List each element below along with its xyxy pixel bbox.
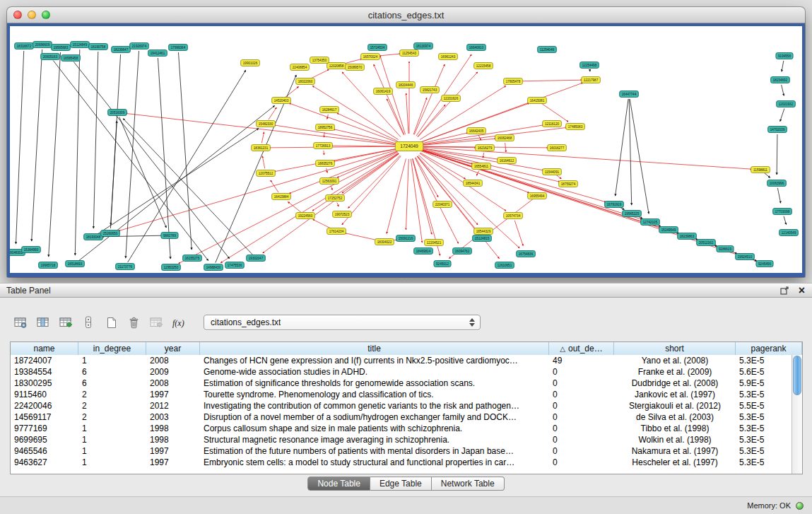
column-header-pagerank[interactable]: pagerank — [736, 342, 802, 355]
network-node[interactable]: 10063996 — [767, 180, 787, 187]
window-titlebar[interactable]: citations_edges.txt — [7, 7, 805, 23]
network-node[interactable]: 12116120 — [543, 121, 562, 127]
network-table-select[interactable]: citations_edges.txt — [204, 315, 481, 330]
delete-column-icon[interactable] — [124, 313, 143, 332]
close-panel-icon[interactable]: × — [799, 286, 805, 295]
table-row[interactable]: 946554611997Estimation of the future num… — [11, 445, 792, 457]
network-node[interactable]: 18193048 — [84, 234, 103, 240]
table-row[interactable]: 1456911722003Disruption of a novel membe… — [11, 411, 792, 423]
network-node[interactable]: 16415081 — [528, 98, 547, 104]
network-node[interactable]: 12742105 — [641, 219, 660, 226]
close-window-button[interactable] — [13, 11, 22, 19]
network-node[interactable]: 15821743 — [420, 87, 440, 93]
network-node[interactable]: 16094762 — [453, 248, 472, 255]
table-row[interactable]: 977716911998Corpus callosum shape and si… — [11, 423, 792, 434]
network-node[interactable]: 12140549 — [779, 230, 799, 236]
network-canvas[interactable]: 1831667220696609195656831512484916190758… — [10, 26, 802, 273]
network-node[interactable]: 25260650 — [101, 230, 120, 237]
network-node[interactable]: 22408854 — [290, 64, 310, 71]
network-node[interactable]: 18234692 — [771, 77, 790, 83]
network-node[interactable]: 17614234 — [327, 228, 346, 235]
network-node[interactable]: 12563091 — [320, 178, 339, 185]
network-node[interactable]: 1724049 — [395, 142, 423, 151]
network-node[interactable]: 11544091 — [543, 169, 562, 175]
network-node[interactable]: 15089570 — [346, 64, 365, 71]
network-node[interactable]: 20696609 — [33, 42, 52, 48]
table-mode-icon[interactable] — [79, 313, 98, 332]
network-node[interactable]: 10574734 — [504, 213, 523, 219]
table-row[interactable]: 1830029562008Estimation of significance … — [11, 378, 792, 389]
column-header-out_de[interactable]: △out_de… — [549, 342, 614, 355]
network-node[interactable]: 16155275 — [183, 255, 202, 262]
network-node[interactable]: 16961243 — [439, 54, 458, 60]
network-node[interactable]: 17252752 — [326, 195, 345, 201]
network-node[interactable]: 16284617 — [320, 107, 339, 113]
network-node[interactable]: 18361231 — [252, 145, 271, 151]
zoom-window-button[interactable] — [42, 11, 50, 19]
network-node[interactable]: 16164612 — [498, 158, 517, 164]
network-node[interactable]: 21926974 — [130, 43, 149, 49]
network-node[interactable]: 22040371 — [433, 201, 452, 208]
network-node[interactable]: 17475536 — [225, 262, 245, 269]
network-node[interactable]: 18544341 — [464, 180, 483, 187]
map-table-icon[interactable] — [147, 313, 166, 332]
table-row[interactable]: 969969511998Structural magnetic resonanc… — [11, 434, 792, 445]
network-node[interactable]: 19412461 — [148, 50, 167, 57]
network-node[interactable]: 16415884 — [272, 194, 291, 200]
table-options-icon[interactable] — [11, 313, 30, 332]
network-node[interactable]: 16447744 — [620, 91, 639, 98]
network-node[interactable]: 16754836 — [517, 251, 536, 257]
network-node[interactable]: 11254049 — [538, 47, 557, 53]
network-node[interactable]: 20512162 — [697, 240, 716, 246]
network-node[interactable]: 14520403 — [272, 98, 291, 104]
network-node[interactable]: 18022060 — [296, 78, 315, 85]
network-node[interactable]: 9245012 — [434, 261, 451, 267]
network-node[interactable]: 19565683 — [52, 45, 71, 51]
function-builder-icon[interactable]: f(x) — [170, 313, 189, 332]
network-node[interactable]: 19302047 — [247, 255, 266, 262]
network-node[interactable]: 18469814 — [414, 248, 433, 255]
network-node[interactable]: 18759274 — [559, 181, 578, 187]
network-node[interactable]: 16061419 — [374, 88, 393, 95]
network-node[interactable]: 12075512 — [257, 170, 276, 177]
network-node[interactable]: 16955494 — [528, 193, 547, 199]
new-column-icon[interactable] — [102, 313, 121, 332]
network-node[interactable]: 11598811 — [751, 167, 770, 173]
network-node[interactable]: 9286619 — [717, 246, 734, 252]
network-node[interactable]: 20516309 — [108, 110, 127, 116]
column-header-year[interactable]: year — [146, 342, 200, 355]
network-node[interactable]: 11254543 — [400, 50, 419, 57]
network-node[interactable]: 19924510 — [736, 254, 755, 260]
scrollbar-thumb[interactable] — [793, 356, 801, 395]
network-node[interactable]: 9882789 — [161, 233, 178, 239]
network-node[interactable]: 16554811 — [472, 163, 491, 170]
network-node[interactable]: 20605163 — [41, 54, 60, 60]
network-node[interactable]: 15724534 — [368, 45, 387, 51]
network-node[interactable]: 16791919 — [605, 201, 624, 208]
table-row[interactable]: 2242004622012Investigating the contribut… — [11, 400, 792, 411]
network-node[interactable]: 15249549 — [659, 227, 678, 233]
network-node[interactable]: 15482330 — [257, 121, 276, 127]
network-node[interactable]: 16216279 — [476, 145, 495, 151]
table-row[interactable]: 1938455462009Genome-wide association stu… — [11, 366, 792, 378]
network-node[interactable]: 15124815 — [473, 235, 492, 242]
network-node[interactable]: 18204446 — [396, 82, 416, 88]
float-panel-icon[interactable] — [780, 286, 790, 295]
network-node[interactable]: 9194558 — [776, 53, 793, 59]
network-node[interactable]: 19565225 — [623, 211, 642, 217]
tab-edge-table[interactable]: Edge Table — [370, 477, 432, 491]
network-node[interactable]: 14988430 — [204, 264, 223, 271]
network-node[interactable]: 18239647 — [112, 47, 131, 53]
network-node[interactable]: 19901026 — [241, 60, 260, 66]
column-header-in_degree[interactable]: in_degree — [78, 342, 146, 355]
network-node[interactable]: 16570024 — [361, 54, 380, 60]
network-node[interactable]: 16190758 — [89, 44, 108, 50]
network-node[interactable]: 16640910 — [467, 45, 486, 51]
network-node[interactable]: 9245456 — [756, 261, 773, 267]
network-node[interactable]: 19965718 — [39, 262, 58, 269]
network-node[interactable]: 17726913 — [314, 143, 333, 149]
table-row[interactable]: 1872400712008Changes of HCN gene express… — [11, 355, 792, 366]
network-node[interactable]: 18835276 — [316, 160, 335, 167]
column-header-short[interactable]: short — [614, 342, 736, 355]
network-node[interactable]: 12215458 — [474, 63, 493, 69]
